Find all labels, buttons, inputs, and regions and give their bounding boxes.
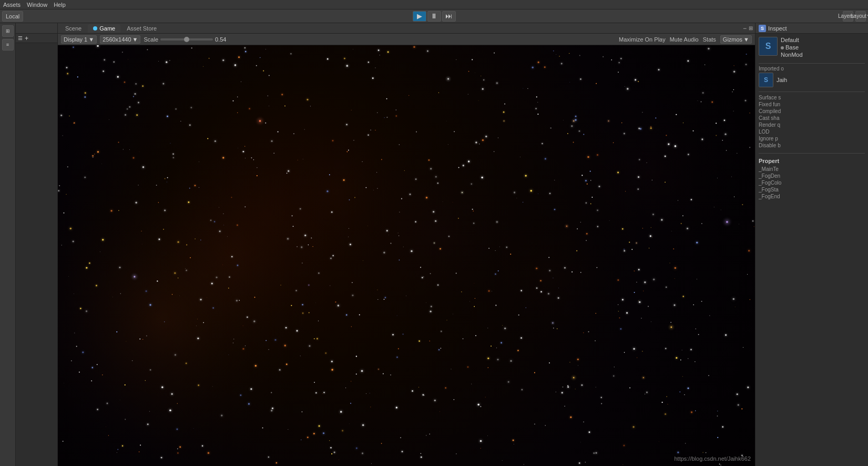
- prop-compiled: Compiled: [759, 108, 865, 115]
- view-options-bar: Display 1 ▼ 2560x1440 ▼ Scale 0.54 Maxim…: [58, 34, 755, 45]
- prop-render-q-label: Render q: [759, 122, 865, 128]
- prop-cast-sha: Cast sha: [759, 115, 865, 121]
- non-mod-label: NonMod: [781, 52, 803, 58]
- scale-value: 0.54: [215, 36, 226, 43]
- prop-cast-sha-label: Cast sha: [759, 115, 865, 121]
- scale-thumb[interactable]: [184, 37, 189, 42]
- tab-scene[interactable]: Scene: [60, 24, 87, 33]
- display-dropdown[interactable]: Display 1 ▼: [61, 35, 97, 44]
- prop-lod-label: LOD: [759, 129, 865, 135]
- hierarchy-toolbar: ☰ +: [16, 34, 57, 43]
- stats-button[interactable]: Stats: [703, 36, 716, 43]
- properties-section: Surface s Fixed fun Compiled Cast sha Re…: [759, 94, 865, 149]
- prop-ignore-p-label: Ignore p: [759, 136, 865, 141]
- display-chevron-icon: ▼: [88, 36, 94, 43]
- default-section-label: Default: [781, 37, 803, 43]
- imported-section: Imported ο S Jaih: [759, 66, 865, 87]
- hierarchy-plus-icon[interactable]: +: [25, 35, 28, 42]
- gizmos-label: Gizmos: [723, 36, 742, 43]
- menu-assets[interactable]: Assets: [3, 2, 21, 8]
- menu-help[interactable]: Help: [54, 2, 66, 8]
- asset-preview-section: S Default Base NonMod: [759, 37, 865, 59]
- shader-props-header: Propert: [759, 156, 865, 164]
- display-label: Display 1: [64, 36, 87, 43]
- tab-game-dot: [93, 26, 97, 31]
- tab-asset-store[interactable]: Asset Store: [121, 24, 162, 33]
- imported-label: Imported ο: [759, 66, 865, 72]
- divider-2: [759, 92, 865, 92]
- imported-asset-icon: S: [759, 73, 773, 87]
- scale-label: Scale: [144, 36, 158, 43]
- prop-lod: LOD: [759, 128, 865, 135]
- inspector-icon: S: [759, 25, 766, 32]
- resolution-dropdown[interactable]: 2560x1440 ▼: [100, 35, 140, 44]
- layout-label: Layout: [851, 13, 866, 19]
- resolution-chevron-icon: ▼: [132, 36, 138, 43]
- imported-asset-row: S Jaih: [759, 73, 865, 87]
- hierarchy-panel: ☰ +: [16, 23, 58, 466]
- maximize-on-play-toggle[interactable]: Maximize On Play: [619, 36, 666, 43]
- inspector-panel: S Inspect S Default Base NonM: [755, 23, 868, 466]
- shader-fog-sta: _FogSta: [759, 186, 865, 193]
- divider-3: [759, 153, 865, 154]
- inspector-title: Inspect: [768, 25, 787, 32]
- hierarchy-tab-bar: [16, 23, 57, 34]
- divider-1: [759, 63, 865, 64]
- tab-scene-label: Scene: [65, 25, 81, 32]
- gizmos-chevron-icon: ▼: [743, 36, 749, 43]
- step-button[interactable]: ⏭: [442, 11, 456, 22]
- prop-fixed-fun-label: Fixed fun: [759, 102, 865, 107]
- play-button[interactable]: ▶: [413, 11, 426, 22]
- menu-window[interactable]: Window: [27, 2, 47, 8]
- shader-fog-col-label: _FogColo: [759, 180, 865, 186]
- resolution-value: 2560x1440: [103, 36, 131, 43]
- starfield-canvas: [58, 45, 755, 466]
- layout-dropdown[interactable]: Layout ▼: [855, 11, 866, 22]
- left-sidebar: ⊞ ≡: [0, 23, 16, 466]
- prop-disable-b-label: Disable b: [759, 143, 865, 148]
- prop-compiled-label: Compiled: [759, 108, 865, 114]
- imported-asset-name: Jaih: [777, 77, 787, 83]
- watermark-text: https://blog.csdn.net/Jaihk662: [674, 455, 751, 462]
- shader-fog-den: _FogDen: [759, 173, 865, 179]
- gizmos-dropdown[interactable]: Gizmos ▼: [720, 35, 752, 44]
- sidebar-tool-1[interactable]: ⊞: [2, 25, 14, 37]
- prop-disable-b: Disable b: [759, 142, 865, 149]
- prop-surface-label: Surface s: [759, 95, 865, 100]
- tab-asset-store-label: Asset Store: [127, 25, 157, 32]
- hierarchy-collapse-icon[interactable]: ☰: [18, 35, 23, 41]
- sidebar-tool-2[interactable]: ≡: [2, 39, 14, 50]
- mute-audio-toggle[interactable]: Mute Audio: [670, 36, 699, 43]
- prop-surface: Surface s: [759, 94, 865, 101]
- game-viewport: https://blog.csdn.net/Jaihk662: [58, 45, 755, 466]
- tab-game[interactable]: Game: [88, 24, 120, 33]
- minimize-icon[interactable]: −: [743, 25, 747, 32]
- prop-ignore-p: Ignore p: [759, 135, 865, 142]
- prop-render-q: Render q: [759, 121, 865, 128]
- base-label: Base: [785, 44, 799, 50]
- shader-main-tex-label: _MainTe: [759, 166, 865, 172]
- expand-icon[interactable]: ⊞: [749, 25, 753, 31]
- toolbar: Local ▶ ⏸ ⏭ Layers ▼ Layout ▼: [0, 9, 868, 23]
- menu-bar: Assets Window Help: [0, 0, 868, 9]
- view-tabs: Scene Game Asset Store − ⊞: [58, 23, 755, 34]
- inspector-body: S Default Base NonMod Imported ο: [755, 34, 868, 466]
- shader-fog-end-label: _FogEnd: [759, 194, 865, 199]
- shader-properties-section: Propert _MainTe _FogDen _FogColo _FogSta…: [759, 156, 865, 200]
- shader-fog-sta-label: _FogSta: [759, 187, 865, 193]
- scale-track[interactable]: [160, 38, 213, 40]
- inspector-header: S Inspect: [755, 23, 868, 34]
- pause-button[interactable]: ⏸: [427, 11, 441, 22]
- tab-game-label: Game: [99, 25, 115, 32]
- center-area: Scene Game Asset Store − ⊞ Display 1 ▼ 2…: [58, 23, 755, 466]
- shader-main-tex: _MainTe: [759, 166, 865, 173]
- asset-preview-icon: S: [759, 37, 778, 56]
- local-button[interactable]: Local: [2, 11, 23, 22]
- scale-bar: Scale 0.54: [144, 36, 226, 43]
- main-layout: ⊞ ≡ ☰ + Scene Game Asset Store − ⊞: [0, 23, 868, 466]
- right-options: Maximize On Play Mute Audio Stats Gizmos…: [619, 35, 752, 44]
- shader-fog-col: _FogColo: [759, 179, 865, 186]
- shader-fog-end: _FogEnd: [759, 193, 865, 200]
- shader-fog-den-label: _FogDen: [759, 173, 865, 179]
- prop-fixed-fun: Fixed fun: [759, 101, 865, 108]
